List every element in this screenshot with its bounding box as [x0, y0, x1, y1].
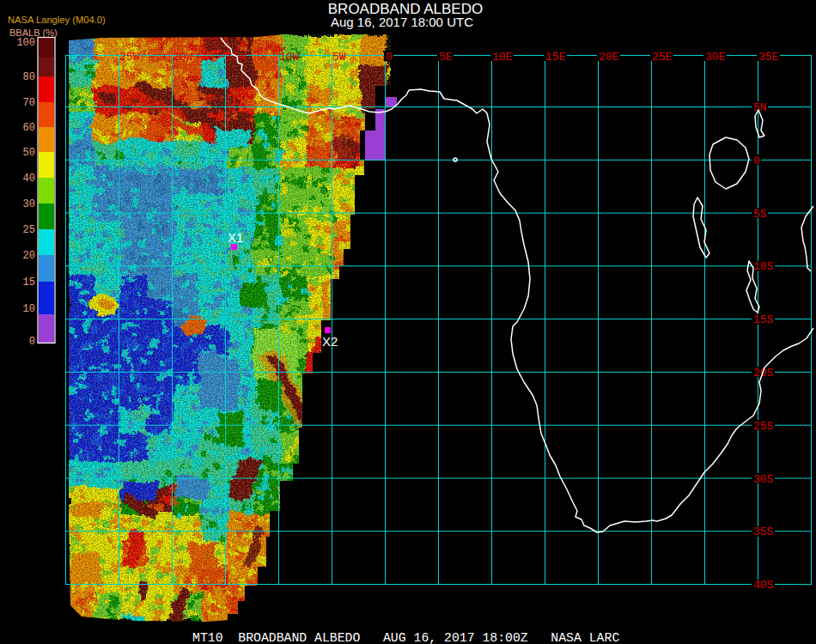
svg-text:10: 10 — [23, 303, 35, 315]
svg-text:10E: 10E — [492, 51, 513, 64]
svg-text:35S: 35S — [753, 526, 774, 538]
svg-text:70: 70 — [23, 97, 35, 109]
svg-text:30: 30 — [23, 198, 35, 210]
svg-text:30S: 30S — [753, 473, 774, 486]
svg-text:20W: 20W — [173, 51, 193, 64]
svg-text:0: 0 — [753, 155, 760, 167]
svg-text:80: 80 — [23, 71, 35, 83]
svg-text:X1: X1 — [228, 230, 243, 245]
svg-text:X2: X2 — [322, 334, 338, 349]
svg-text:0: 0 — [29, 336, 35, 348]
svg-text:50: 50 — [23, 147, 35, 159]
svg-text:15S: 15S — [753, 313, 774, 326]
svg-text:30E: 30E — [705, 51, 726, 64]
svg-text:100: 100 — [16, 37, 35, 49]
svg-text:40: 40 — [23, 173, 35, 185]
svg-text:25: 25 — [23, 224, 35, 236]
svg-text:25W: 25W — [119, 51, 140, 64]
svg-text:5W: 5W — [332, 51, 346, 64]
svg-text:25S: 25S — [753, 420, 774, 433]
svg-text:NASA Langley (M04.0): NASA Langley (M04.0) — [8, 15, 106, 25]
svg-text:BBALB (%): BBALB (%) — [9, 27, 58, 38]
svg-text:15: 15 — [23, 276, 35, 289]
svg-text:15W: 15W — [226, 51, 247, 64]
svg-text:20: 20 — [23, 250, 35, 262]
svg-text:10W: 10W — [279, 51, 300, 64]
svg-text:0: 0 — [386, 51, 393, 64]
svg-text:25E: 25E — [652, 51, 673, 64]
svg-text:10S: 10S — [753, 260, 774, 273]
svg-text:Aug 16, 2017 18:00 UTC: Aug 16, 2017 18:00 UTC — [331, 15, 473, 29]
svg-text:5S: 5S — [753, 208, 767, 221]
svg-text:60: 60 — [23, 122, 35, 134]
svg-text:20E: 20E — [599, 51, 619, 64]
svg-text:40S: 40S — [753, 579, 774, 592]
svg-text:35E: 35E — [758, 51, 779, 64]
svg-text:MT10 BROADBAND ALBEDO AUG 1: MT10 BROADBAND ALBEDO AUG 16, 2017 18:00… — [192, 631, 619, 644]
svg-text:20S: 20S — [753, 367, 774, 380]
svg-text:5E: 5E — [439, 51, 453, 64]
svg-text:15E: 15E — [545, 51, 566, 64]
